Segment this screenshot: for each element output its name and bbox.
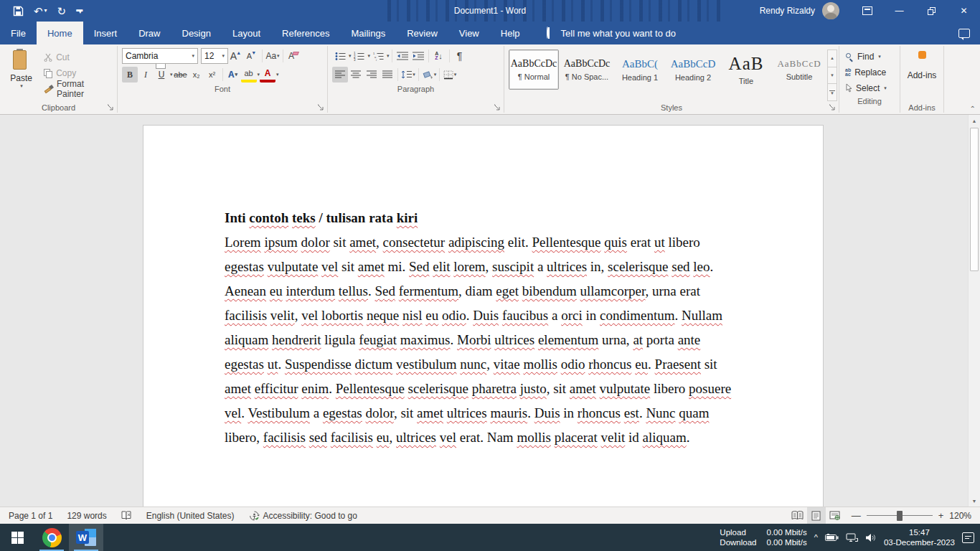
paragraph-dialog-launcher[interactable] — [493, 103, 501, 112]
change-case-dropdown-icon[interactable]: ▾ — [277, 53, 280, 59]
misspelled-word[interactable]: kiri — [397, 210, 418, 225]
misspelled-word[interactable]: consectetur — [383, 235, 446, 250]
misspelled-word[interactable]: egestas — [225, 357, 264, 372]
line-spacing-dropdown-icon[interactable]: ▾ — [413, 72, 415, 77]
style-normal[interactable]: AaBbCcDc ¶ Normal — [509, 50, 559, 90]
account-name[interactable]: Rendy Rizaldy — [760, 6, 815, 16]
misspelled-word[interactable]: Sed — [409, 259, 430, 274]
replace-button[interactable]: abac Replace — [845, 65, 898, 79]
misspelled-word[interactable]: ut — [268, 357, 278, 372]
taskbar-word-button[interactable]: W — [69, 524, 103, 551]
misspelled-word[interactable]: leo — [693, 259, 710, 274]
action-center-icon[interactable] — [962, 532, 974, 543]
misspelled-word[interactable]: bibendum — [522, 283, 577, 298]
web-layout-button[interactable] — [826, 507, 844, 524]
misspelled-word[interactable]: dolor — [366, 405, 394, 420]
ribbon-display-options-button[interactable] — [851, 0, 883, 22]
comments-icon[interactable] — [958, 29, 970, 38]
zoom-in-button[interactable]: + — [938, 510, 944, 521]
misspelled-word[interactable]: adipiscing — [448, 235, 504, 250]
collapse-ribbon-button[interactable]: ⌃ — [970, 105, 976, 113]
zoom-out-button[interactable]: — — [852, 510, 861, 521]
select-button[interactable]: Select ▾ — [845, 81, 898, 95]
start-button[interactable] — [0, 524, 34, 551]
style-subtitle[interactable]: AaBbCcD Subtitle — [774, 50, 824, 90]
misspelled-word[interactable]: nisl — [402, 308, 422, 323]
tab-help[interactable]: Help — [490, 22, 531, 44]
borders-button[interactable]: ▾ — [442, 67, 458, 83]
paste-dropdown-icon[interactable]: ▾ — [20, 83, 23, 89]
tab-review[interactable]: Review — [396, 22, 448, 44]
show-hide-marks-button[interactable]: ¶ — [452, 48, 468, 64]
clear-formatting-button[interactable]: A — [286, 48, 301, 64]
misspelled-word[interactable]: quis — [604, 235, 627, 250]
misspelled-word[interactable]: vulputate — [600, 381, 651, 396]
misspelled-word[interactable]: aliquam — [643, 430, 687, 445]
misspelled-word[interactable]: Pellentesque — [532, 235, 601, 250]
misspelled-word[interactable]: Nunc — [646, 405, 675, 420]
bullets-button[interactable] — [332, 48, 348, 64]
bold-button[interactable]: B — [122, 67, 138, 83]
select-dropdown-icon[interactable]: ▾ — [884, 85, 887, 91]
underline-dropdown-icon[interactable]: ▾ — [170, 72, 173, 77]
clock-widget[interactable]: 15:47 03-December-2023 — [884, 527, 955, 547]
misspelled-word[interactable]: amet — [225, 381, 251, 396]
font-dialog-launcher[interactable] — [316, 103, 325, 112]
misspelled-word[interactable]: vulputate — [268, 259, 319, 274]
paste-button[interactable]: Paste ▾ — [1, 47, 41, 101]
misspelled-word[interactable]: elit — [433, 259, 450, 274]
tab-mailings[interactable]: Mailings — [341, 22, 397, 44]
misspelled-word[interactable]: condimentum — [600, 308, 674, 323]
align-left-button[interactable] — [332, 67, 348, 83]
minimize-button[interactable]: — — [883, 0, 915, 22]
style-no-spacing[interactable]: AaBbCcDc ¶ No Spac... — [562, 50, 612, 90]
sort-button[interactable]: AZ↓ — [431, 48, 447, 64]
style-title[interactable]: AaB Title — [721, 50, 771, 90]
misspelled-word[interactable]: mauris — [490, 405, 527, 420]
misspelled-word[interactable]: Duis — [534, 405, 560, 420]
multilevel-list-button[interactable]: 1ai — [370, 48, 386, 64]
tab-view[interactable]: View — [448, 22, 490, 44]
text-effects-dropdown-icon[interactable]: ▾ — [235, 72, 238, 77]
document-text[interactable]: Inti contoh teks / tulisan rata kiri Lor… — [225, 206, 743, 450]
misspelled-word[interactable]: Aenean — [225, 283, 266, 298]
save-icon[interactable] — [13, 6, 24, 17]
misspelled-word[interactable]: elementum — [538, 332, 598, 347]
misspelled-word[interactable]: fermentum — [399, 283, 458, 298]
misspelled-word[interactable]: placerat — [555, 430, 598, 445]
misspelled-word[interactable]: at — [633, 332, 643, 347]
misspelled-word[interactable]: ultrices — [396, 430, 436, 445]
styles-scroll-up-button[interactable]: ▲ — [828, 50, 837, 67]
tab-draw[interactable]: Draw — [128, 22, 171, 44]
network-speed-widget[interactable]: Upload0.00 Mbit/s Download0.00 Mbit/s — [720, 528, 806, 547]
misspelled-word[interactable]: ultrices — [547, 259, 587, 274]
misspelled-word[interactable]: dictum — [355, 357, 393, 372]
line-spacing-button[interactable]: ▾ — [400, 67, 416, 83]
misspelled-word[interactable]: est — [624, 405, 639, 420]
battery-tray-button[interactable] — [825, 534, 839, 542]
shading-button[interactable]: ▾ — [421, 67, 437, 83]
misspelled-word[interactable]: neque — [367, 308, 399, 323]
cut-button[interactable]: Cut — [41, 50, 116, 65]
misspelled-word[interactable]: dolor — [301, 235, 330, 250]
misspelled-word[interactable]: scelerisque — [408, 381, 468, 396]
misspelled-word[interactable]: Sed — [375, 283, 396, 298]
scrollbar-up-icon[interactable]: ▲ — [969, 115, 980, 126]
font-name-combobox[interactable]: Cambria▾ — [122, 48, 198, 64]
misspelled-word[interactable]: ullamcorper — [580, 283, 646, 298]
shading-dropdown-icon[interactable]: ▾ — [434, 72, 437, 77]
misspelled-word[interactable]: odio — [442, 308, 466, 323]
close-button[interactable]: ✕ — [948, 0, 980, 22]
misspelled-word[interactable]: teks — [292, 210, 316, 225]
misspelled-word[interactable]: mollis — [517, 430, 551, 445]
misspelled-word[interactable]: posuere — [689, 381, 731, 396]
font-name-dropdown-icon[interactable]: ▾ — [192, 53, 194, 59]
bullets-dropdown-icon[interactable]: ▾ — [349, 53, 352, 59]
misspelled-word[interactable]: interdum — [286, 283, 335, 298]
misspelled-word[interactable]: amet — [349, 235, 376, 250]
vertical-scrollbar[interactable]: ▲ ▼ — [968, 115, 980, 507]
misspelled-word[interactable]: pharetra — [472, 381, 517, 396]
addins-button[interactable]: Add-ins — [902, 47, 942, 101]
misspelled-word[interactable]: Suspendisse — [285, 357, 352, 372]
misspelled-word[interactable]: sed — [309, 430, 327, 445]
